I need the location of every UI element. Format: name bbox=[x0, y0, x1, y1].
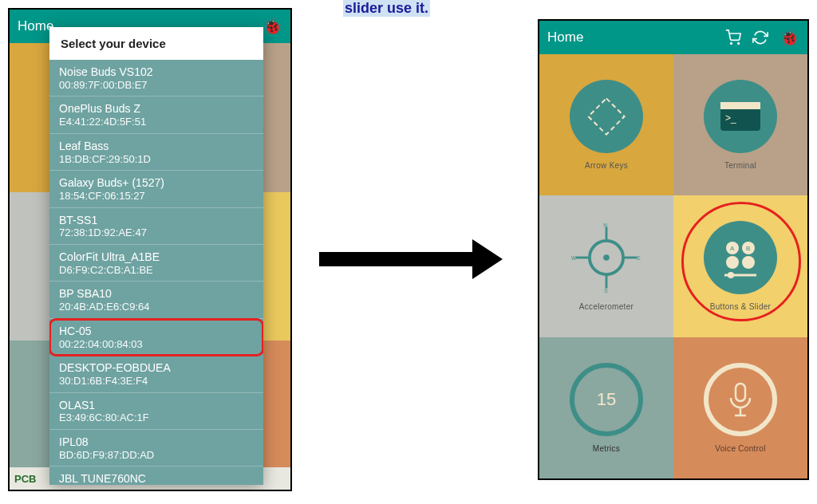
device-mac: 18:54:CF:06:15:27 bbox=[59, 190, 254, 203]
device-item[interactable]: OLAS1E3:49:6C:80:AC:1F bbox=[49, 393, 263, 430]
arrow-icon bbox=[319, 239, 503, 279]
device-item[interactable]: BP SBA1020:4B:AD:E6:C9:64 bbox=[49, 282, 263, 318]
device-name: OnePlus Buds Z bbox=[59, 102, 254, 116]
device-name: Leaf Bass bbox=[59, 140, 254, 153]
metrics-badge: 15 bbox=[597, 389, 616, 410]
device-mac: 00:89:7F:00:DB:E7 bbox=[59, 79, 254, 92]
device-mac: 30:D1:6B:F4:3E:F4 bbox=[59, 375, 254, 388]
device-mac: 72:38:1D:92:AE:47 bbox=[59, 226, 254, 239]
device-name: DESKTOP-EOBDUEA bbox=[59, 361, 254, 375]
device-name: BT-SS1 bbox=[59, 214, 254, 227]
svg-point-7 bbox=[603, 255, 610, 262]
compass-icon: N E S W bbox=[570, 221, 643, 294]
device-picker-title: Select your device bbox=[49, 27, 263, 60]
phone-right-screenshot: Home 🐞 Arrow Keys >_ Terminal bbox=[538, 19, 809, 480]
device-item[interactable]: Galaxy Buds+ (1527)18:54:CF:06:15:27 bbox=[49, 171, 263, 207]
device-item[interactable]: Noise Buds VS10200:89:7F:00:DB:E7 bbox=[49, 60, 263, 96]
appbar-right: Home 🐞 bbox=[539, 21, 807, 54]
arrow-keys-icon bbox=[570, 80, 643, 153]
device-name: Noise Buds VS102 bbox=[59, 65, 254, 79]
device-item[interactable]: OnePlus Buds ZE4:41:22:4D:5F:51 bbox=[49, 96, 263, 133]
tile-accelerometer[interactable]: N E S W Accelerometer bbox=[539, 195, 673, 337]
device-item[interactable]: IPL08BD:6D:F9:87:DD:AD bbox=[49, 430, 263, 467]
svg-point-0 bbox=[731, 43, 732, 45]
tile-label: Buttons & Slider bbox=[710, 302, 772, 311]
device-item[interactable]: HC-0500:22:04:00:84:03 bbox=[49, 319, 263, 356]
svg-text:E: E bbox=[637, 255, 641, 261]
device-name: ColorFit Ultra_A1BE bbox=[59, 250, 254, 264]
device-name: IPL08 bbox=[59, 435, 254, 449]
device-mac: E3:49:6C:80:AC:1F bbox=[59, 411, 254, 424]
svg-rect-24 bbox=[736, 384, 745, 401]
tile-metrics[interactable]: 15 Metrics bbox=[539, 337, 673, 478]
device-name: JBL TUNE760NC bbox=[59, 472, 254, 485]
device-name: OLAS1 bbox=[59, 399, 254, 412]
terminal-icon: >_ bbox=[704, 80, 777, 153]
home-grid: Arrow Keys >_ Terminal N E S bbox=[539, 54, 807, 478]
svg-rect-4 bbox=[720, 102, 760, 109]
bug-icon[interactable]: 🐞 bbox=[262, 17, 282, 36]
shopping-cart-icon[interactable] bbox=[725, 30, 741, 45]
svg-point-20 bbox=[726, 256, 739, 269]
svg-rect-2 bbox=[588, 99, 624, 135]
device-item[interactable]: ColorFit Ultra_A1BED6:F9:C2:CB:A1:BE bbox=[49, 245, 263, 282]
buttons-slider-icon: A B bbox=[704, 221, 777, 294]
tile-label: Terminal bbox=[724, 161, 756, 170]
svg-point-1 bbox=[738, 43, 740, 45]
svg-text:S: S bbox=[604, 289, 608, 294]
metrics-icon: 15 bbox=[570, 363, 643, 436]
svg-text:A: A bbox=[730, 245, 735, 252]
appbar-title-right: Home bbox=[547, 30, 725, 45]
svg-text:N: N bbox=[603, 222, 607, 228]
device-mac: E4:41:22:4D:5F:51 bbox=[59, 116, 254, 128]
device-name: Galaxy Buds+ (1527) bbox=[59, 176, 254, 190]
svg-point-23 bbox=[728, 272, 734, 278]
instruction-caption: slider use it. bbox=[343, 0, 430, 17]
svg-point-21 bbox=[742, 256, 755, 269]
svg-text:>_: >_ bbox=[725, 112, 736, 124]
device-list[interactable]: Noise Buds VS10200:89:7F:00:DB:E7OnePlus… bbox=[49, 60, 263, 485]
refresh-icon[interactable] bbox=[752, 30, 768, 45]
device-item[interactable]: JBL TUNE760NC08:AA:59:B9:71:0C bbox=[49, 467, 263, 485]
device-mac: D6:F9:C2:CB:A1:BE bbox=[59, 264, 254, 277]
device-mac: 20:4B:AD:E6:C9:64 bbox=[59, 301, 254, 313]
device-picker-modal: Select your device Noise Buds VS10200:89… bbox=[49, 27, 263, 485]
device-mac: 00:22:04:00:84:03 bbox=[59, 338, 254, 351]
device-name: HC-05 bbox=[59, 325, 254, 338]
device-mac: 1B:DB:CF:29:50:1D bbox=[59, 153, 254, 166]
tile-voice-control[interactable]: Voice Control bbox=[673, 337, 807, 478]
tile-label: Accelerometer bbox=[579, 302, 633, 311]
device-name: BP SBA10 bbox=[59, 287, 254, 301]
tile-label: Voice Control bbox=[715, 444, 765, 453]
tile-buttons-slider[interactable]: A B Buttons & Slider bbox=[673, 195, 807, 337]
pcb-brand-label: PCB bbox=[14, 473, 36, 485]
device-item[interactable]: BT-SS172:38:1D:92:AE:47 bbox=[49, 208, 263, 245]
microphone-icon bbox=[704, 363, 777, 436]
tile-label: Metrics bbox=[593, 444, 620, 453]
svg-text:B: B bbox=[746, 245, 750, 252]
device-mac: BD:6D:F9:87:DD:AD bbox=[59, 449, 254, 462]
tile-terminal[interactable]: >_ Terminal bbox=[673, 54, 807, 195]
tile-arrow-keys[interactable]: Arrow Keys bbox=[539, 54, 673, 195]
bug-icon[interactable]: 🐞 bbox=[780, 28, 799, 47]
svg-text:W: W bbox=[571, 255, 577, 261]
tile-label: Arrow Keys bbox=[585, 161, 628, 170]
device-item[interactable]: Leaf Bass1B:DB:CF:29:50:1D bbox=[49, 134, 263, 171]
device-item[interactable]: DESKTOP-EOBDUEA30:D1:6B:F4:3E:F4 bbox=[49, 356, 263, 392]
phone-left-screenshot: Home 🐞 PCB Select your device Noise Buds… bbox=[8, 8, 292, 491]
